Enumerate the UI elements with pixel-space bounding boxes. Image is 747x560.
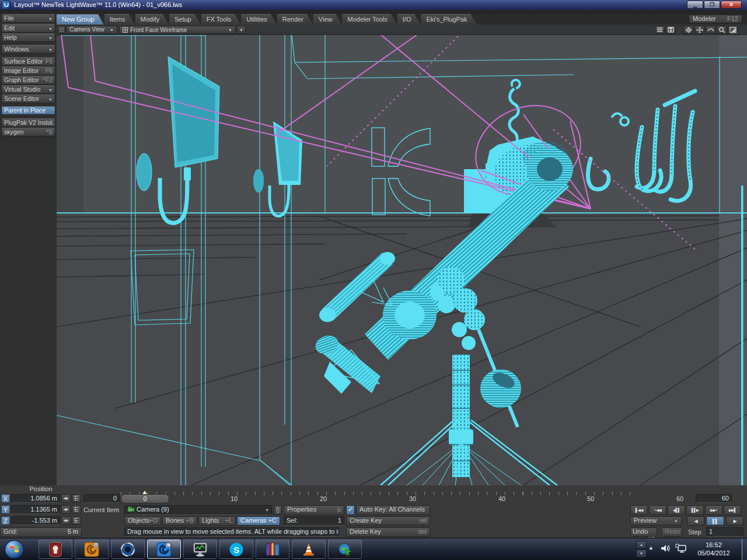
pause-button[interactable]: ▌▌ [706, 516, 724, 526]
plugpak-installer-button[interactable]: PlugPak V2 Instal... [1, 118, 55, 127]
grid-size-display: 5 mGrid: [0, 527, 82, 537]
taskbar-skype[interactable]: S [219, 540, 253, 559]
playhead-marker[interactable] [142, 491, 147, 494]
z-envelope-button[interactable]: E [72, 516, 81, 525]
taskbar-vlc[interactable] [292, 540, 326, 559]
taskbar-media-player[interactable] [39, 540, 72, 559]
help-menu[interactable]: Help [1, 33, 55, 42]
delete-key-button[interactable]: delDelete Key [346, 527, 430, 537]
tab-modeler-tools[interactable]: Modeler Tools [342, 14, 396, 24]
app-icon [2, 1, 11, 9]
menu-tab-bar: New Group Items Modify Setup FX Tools Ut… [57, 14, 747, 24]
item-list-button[interactable]: ▯ [274, 505, 282, 515]
y-spinner[interactable]: ◀▶ [61, 505, 71, 514]
file-menu[interactable]: File [1, 14, 55, 23]
virtual-studio-button[interactable]: Virtual Studio [1, 85, 55, 94]
show-desktop-button[interactable] [742, 538, 747, 560]
tab-new-group[interactable]: New Group [57, 14, 104, 24]
list-icon[interactable] [655, 26, 665, 34]
current-item-dropdown[interactable]: Camera (9) [124, 505, 272, 515]
maximize-button[interactable]: ❐ [704, 1, 720, 9]
position-y-field[interactable]: 1.1365 m [11, 505, 60, 514]
taskbar-lightwave-layout[interactable]: L [147, 540, 181, 559]
previous-key-button[interactable]: +◀◀ [649, 505, 666, 515]
z-spinner[interactable]: ◀▶ [61, 516, 71, 525]
current-frame-field[interactable]: 0 [83, 494, 120, 503]
redo-button[interactable]: Redo [661, 527, 682, 537]
position-x-field[interactable]: 1.0856 m [11, 494, 60, 503]
image-editor-button[interactable]: F6Image Editor [1, 66, 55, 75]
taskbar-winrar[interactable] [256, 540, 289, 559]
select-cameras-button[interactable]: +CCameras [237, 516, 280, 526]
tab-view[interactable]: View [313, 14, 342, 24]
skygen-button[interactable]: *Sskygen [1, 128, 55, 136]
select-lights-button[interactable]: +LLights [198, 516, 236, 526]
position-z-field[interactable]: -1.553 m [11, 516, 60, 525]
end-frame-field[interactable]: 60 [696, 494, 732, 503]
tab-utilities[interactable]: Utilities [241, 14, 276, 24]
zoom-view-icon[interactable] [717, 26, 727, 34]
rotate-view-icon[interactable] [706, 26, 715, 34]
taskbar-download-manager[interactable] [328, 540, 362, 559]
taskbar-lightwave-modeler[interactable]: M [75, 540, 109, 559]
tab-setup[interactable]: Setup [169, 14, 201, 24]
graph-editor-button[interactable]: ^F2Graph Editor [1, 76, 55, 85]
preview-dropdown[interactable]: Preview [630, 516, 682, 526]
create-key-button[interactable]: retCreate Key [346, 516, 430, 526]
parent-in-place-button[interactable]: Parent in Place [1, 106, 55, 115]
tab-modify[interactable]: Modify [135, 14, 169, 24]
undo-button[interactable]: Undo^Z [630, 527, 657, 537]
timeline-ruler[interactable]: 0 10 20 30 40 50 60 0 [121, 492, 633, 505]
taskbar-capture-tool[interactable] [111, 540, 145, 559]
previous-frame-button[interactable]: ◀▌▌ [668, 505, 685, 515]
network-icon[interactable] [675, 544, 687, 556]
view-type-dropdown[interactable]: Camera View [66, 26, 117, 34]
step-field[interactable]: 1 [706, 527, 743, 537]
show-hidden-icons-button[interactable]: ▲ [648, 545, 654, 551]
autokey-dropdown[interactable]: Auto Key: All Channels [356, 505, 430, 515]
viewport-3d[interactable] [57, 35, 747, 485]
tab-items[interactable]: Items [104, 14, 135, 24]
tab-io[interactable]: I/O [397, 14, 421, 24]
windows-menu[interactable]: Windows [1, 45, 55, 54]
title-bar: Layout™ NewTek LightWave™ 11.0 (Win64) -… [0, 0, 747, 10]
axis-x-label: X [1, 494, 10, 503]
surface-editor-button[interactable]: F5Surface Editor [1, 57, 55, 66]
go-to-start-button[interactable]: ▌◀◀ [630, 505, 648, 515]
next-key-button[interactable]: ▶▶+ [705, 505, 722, 515]
y-envelope-button[interactable]: E [72, 505, 81, 514]
x-spinner[interactable]: ◀▶ [61, 494, 71, 503]
select-objects-button[interactable]: +OObjects [124, 516, 161, 526]
bottom-control-panel: Position X 1.0856 m ◀▶ E Y 1.1365 m ◀▶ E… [0, 485, 747, 538]
timeline-slider-handle[interactable]: 0 [121, 494, 169, 503]
play-forward-button[interactable]: ▶ [726, 516, 743, 526]
shading-options-button[interactable] [237, 26, 246, 34]
tab-fx-tools[interactable]: FX Tools [201, 14, 241, 24]
play-reverse-button[interactable]: ◀ [687, 516, 704, 526]
fit-view-icon[interactable] [728, 26, 738, 34]
scene-editor-button[interactable]: Scene Editor [1, 94, 55, 103]
minimize-button[interactable]: ▁ [687, 1, 703, 9]
properties-button[interactable]: pProperties [284, 505, 344, 515]
tab-ekis-plugpak[interactable]: Eki's_PlugPak [421, 14, 476, 24]
save-icon[interactable] [666, 26, 676, 34]
viewport-toolbar: Camera View Front Face Wireframe [57, 24, 747, 35]
volume-icon[interactable] [661, 544, 671, 555]
select-bones-button[interactable]: +BBones [162, 516, 197, 526]
tray-clock[interactable]: 16:52 05/04/2012 [691, 541, 736, 557]
close-button[interactable]: ✕ [721, 1, 742, 9]
start-button[interactable] [5, 540, 24, 559]
go-to-end-button[interactable]: ▶▶▌ [724, 505, 741, 515]
pan-view-icon[interactable] [694, 26, 704, 34]
tab-render[interactable]: Render [277, 14, 313, 24]
shading-mode-dropdown[interactable]: Front Face Wireframe [119, 26, 236, 34]
taskbar-scroll-buttons[interactable]: ▲▼ [636, 541, 647, 558]
center-view-icon[interactable] [683, 26, 693, 34]
x-envelope-button[interactable]: E [72, 494, 81, 503]
viewport-layout-button[interactable] [58, 26, 65, 34]
autokey-checkbox[interactable]: ✓ [346, 505, 355, 515]
edit-menu[interactable]: Edit [1, 24, 55, 33]
next-frame-button[interactable]: ▌▌▶ [686, 505, 704, 515]
taskbar-system-monitor[interactable] [183, 540, 217, 559]
switch-to-modeler-button[interactable]: ModelerF12 [689, 15, 742, 23]
